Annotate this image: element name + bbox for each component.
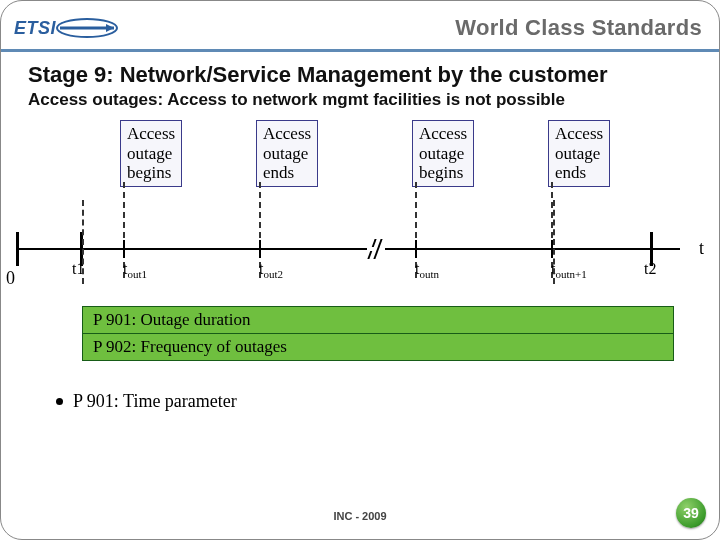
dash-line-long — [82, 200, 84, 284]
dash-line-long — [553, 200, 555, 284]
event-box: Access outage begins — [412, 120, 474, 187]
bullet-item: P 901: Time parameter — [0, 361, 720, 412]
bullet-icon — [56, 398, 63, 405]
info-row: P 902: Frequency of outages — [83, 333, 673, 360]
logo-text: ETSI — [14, 18, 56, 39]
time-axis — [16, 248, 680, 250]
axis-tick — [123, 240, 125, 258]
info-row: P 901: Outage duration — [83, 307, 673, 333]
info-box: P 901: Outage duration P 902: Frequency … — [82, 306, 674, 361]
event-box: Access outage ends — [548, 120, 610, 187]
axis-tick-label: tout2 — [259, 260, 283, 280]
logo-mark — [54, 16, 120, 40]
logo: ETSI — [14, 16, 120, 40]
header-underline — [0, 49, 720, 52]
footer-text: INC - 2009 — [0, 510, 720, 522]
slide-subtitle: Access outages: Access to network mgmt f… — [0, 90, 720, 114]
event-box: Access outage begins — [120, 120, 182, 187]
axis-t-label: t — [699, 238, 704, 259]
axis-tick-label: tout1 — [123, 260, 147, 280]
axis-t2-label: t2 — [644, 260, 656, 278]
tagline: World Class Standards — [455, 15, 702, 41]
timeline-diagram: Access outage begins Access outage ends … — [50, 120, 690, 300]
axis-tick-label: toutn+1 — [551, 260, 587, 280]
axis-origin-tick — [16, 232, 19, 266]
axis-tick — [415, 240, 417, 258]
slide-title: Stage 9: Network/Service Management by t… — [0, 56, 720, 90]
svg-marker-2 — [106, 24, 114, 32]
axis-origin-label: 0 — [6, 268, 15, 289]
header: ETSI World Class Standards — [0, 0, 720, 56]
axis-tick-label: toutn — [415, 260, 439, 280]
page-number-badge: 39 — [676, 498, 706, 528]
bullet-text: P 901: Time parameter — [73, 391, 237, 412]
axis-tick — [259, 240, 261, 258]
axis-break-icon — [368, 239, 384, 259]
event-box: Access outage ends — [256, 120, 318, 187]
